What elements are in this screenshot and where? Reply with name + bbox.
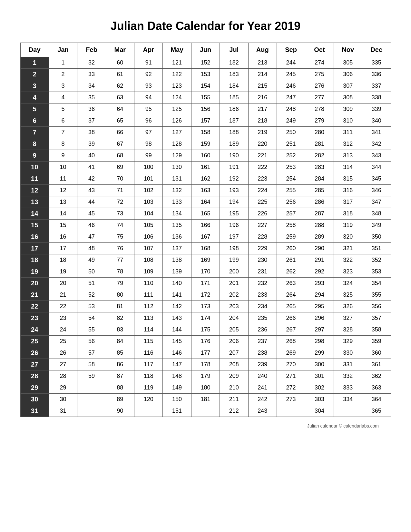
value-cell: 64 xyxy=(106,103,134,115)
value-cell: 117 xyxy=(134,359,163,370)
value-cell: 175 xyxy=(191,324,220,336)
value-cell: 91 xyxy=(134,57,163,69)
column-header-jul: Jul xyxy=(220,43,248,57)
value-cell: 56 xyxy=(77,336,106,347)
value-cell: 218 xyxy=(248,115,277,127)
value-cell: 318 xyxy=(334,208,362,220)
value-cell: 299 xyxy=(305,347,334,359)
value-cell: 352 xyxy=(362,254,391,266)
value-cell: 229 xyxy=(248,243,277,254)
column-header-day: Day xyxy=(20,43,49,57)
value-cell: 304 xyxy=(305,405,334,417)
value-cell xyxy=(277,405,305,417)
value-cell: 241 xyxy=(248,382,277,394)
value-cell: 287 xyxy=(305,208,334,220)
table-row: 25255684115145176206237268298329359 xyxy=(20,336,391,347)
day-cell: 18 xyxy=(20,254,49,266)
value-cell: 87 xyxy=(106,370,134,382)
value-cell: 232 xyxy=(248,278,277,289)
day-cell: 4 xyxy=(20,92,49,103)
column-header-may: May xyxy=(163,43,191,57)
value-cell: 129 xyxy=(163,150,191,162)
value-cell: 330 xyxy=(334,347,362,359)
value-cell: 292 xyxy=(305,266,334,278)
value-cell: 233 xyxy=(248,289,277,301)
value-cell: 15 xyxy=(49,220,77,231)
value-cell: 305 xyxy=(334,57,362,69)
value-cell: 149 xyxy=(163,382,191,394)
value-cell: 81 xyxy=(106,301,134,312)
table-row: 20205179110140171201232263293324354 xyxy=(20,278,391,289)
value-cell: 200 xyxy=(220,266,248,278)
column-header-sep: Sep xyxy=(277,43,305,57)
value-cell: 238 xyxy=(248,347,277,359)
table-row: 27275886117147178208239270300331361 xyxy=(20,359,391,370)
value-cell: 235 xyxy=(248,312,277,324)
value-cell: 297 xyxy=(305,324,334,336)
day-cell: 26 xyxy=(20,347,49,359)
value-cell: 211 xyxy=(220,394,248,405)
value-cell: 118 xyxy=(134,370,163,382)
value-cell: 135 xyxy=(163,220,191,231)
table-row: 26265785116146177207238269299330360 xyxy=(20,347,391,359)
value-cell: 314 xyxy=(334,162,362,173)
value-cell: 351 xyxy=(362,243,391,254)
value-cell: 293 xyxy=(305,278,334,289)
table-row: 88396798128159189220251281312342 xyxy=(20,138,391,150)
table-row: 22225381112142173203234265295326356 xyxy=(20,301,391,312)
value-cell: 321 xyxy=(334,243,362,254)
value-cell: 274 xyxy=(305,57,334,69)
value-cell: 162 xyxy=(191,173,220,185)
day-cell: 25 xyxy=(20,336,49,347)
value-cell: 259 xyxy=(277,231,305,243)
column-header-oct: Oct xyxy=(305,43,334,57)
value-cell: 309 xyxy=(334,103,362,115)
value-cell: 236 xyxy=(248,324,277,336)
page-title: Julian Date Calendar for Year 2019 xyxy=(111,19,301,33)
value-cell: 220 xyxy=(248,138,277,150)
table-row: 313190151212243304365 xyxy=(20,405,391,417)
column-header-mar: Mar xyxy=(106,43,134,57)
column-header-aug: Aug xyxy=(248,43,277,57)
value-cell: 234 xyxy=(248,301,277,312)
value-cell: 362 xyxy=(362,370,391,382)
value-cell: 70 xyxy=(106,173,134,185)
value-cell: 34 xyxy=(77,80,106,92)
value-cell: 348 xyxy=(362,208,391,220)
value-cell: 215 xyxy=(248,80,277,92)
table-row: 99406899129160190221252282313343 xyxy=(20,150,391,162)
value-cell: 68 xyxy=(106,150,134,162)
value-cell: 207 xyxy=(220,347,248,359)
value-cell: 245 xyxy=(277,69,305,80)
value-cell: 294 xyxy=(305,289,334,301)
day-cell: 22 xyxy=(20,301,49,312)
table-row: 21215280111141172202233264294325355 xyxy=(20,289,391,301)
value-cell: 57 xyxy=(77,347,106,359)
value-cell: 32 xyxy=(77,57,106,69)
value-cell: 99 xyxy=(134,150,163,162)
value-cell: 82 xyxy=(106,312,134,324)
value-cell: 158 xyxy=(191,127,220,138)
value-cell: 41 xyxy=(77,162,106,173)
table-row: 292988119149180210241272302333363 xyxy=(20,382,391,394)
table-row: 44356394124155185216247277308338 xyxy=(20,92,391,103)
value-cell: 365 xyxy=(362,405,391,417)
value-cell: 254 xyxy=(277,173,305,185)
value-cell: 258 xyxy=(277,220,305,231)
value-cell: 106 xyxy=(134,231,163,243)
value-cell: 190 xyxy=(220,150,248,162)
day-cell: 23 xyxy=(20,312,49,324)
value-cell: 187 xyxy=(220,115,248,127)
day-cell: 30 xyxy=(20,394,49,405)
value-cell: 231 xyxy=(248,266,277,278)
table-row: 55366495125156186217248278309339 xyxy=(20,103,391,115)
value-cell: 77 xyxy=(106,254,134,266)
value-cell: 20 xyxy=(49,278,77,289)
table-row: 77386697127158188219250280311341 xyxy=(20,127,391,138)
table-row: 23235482113143174204235266296327357 xyxy=(20,312,391,324)
value-cell: 12 xyxy=(49,185,77,196)
table-row: 22336192122153183214245275306336 xyxy=(20,69,391,80)
value-cell: 8 xyxy=(49,138,77,150)
value-cell: 19 xyxy=(49,266,77,278)
value-cell: 76 xyxy=(106,243,134,254)
